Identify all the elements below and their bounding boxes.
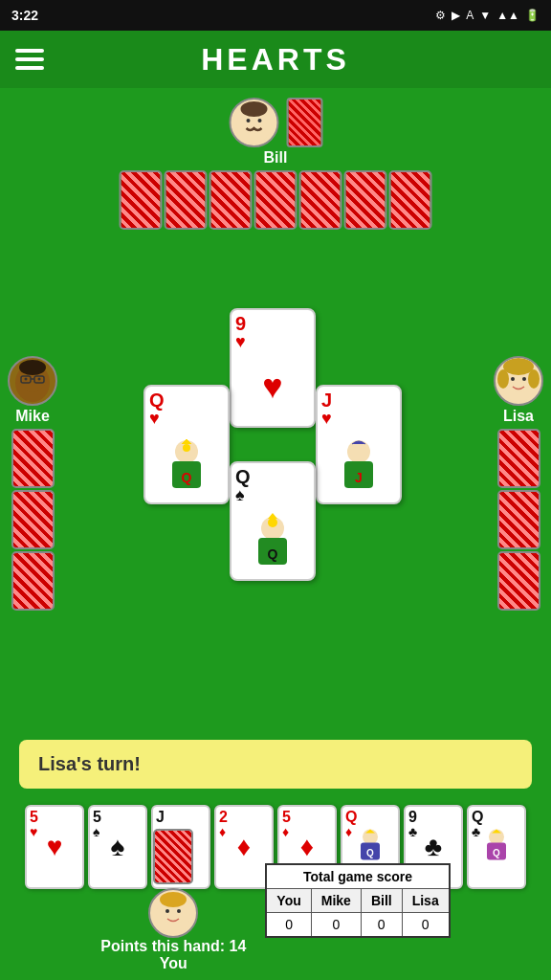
a-icon: A <box>466 9 474 22</box>
mike-card-1 <box>11 429 55 488</box>
svg-point-29 <box>268 518 277 527</box>
score-table: Total game score You Mike Bill Lisa 0 0 … <box>265 863 450 938</box>
lisa-avatar <box>494 356 543 406</box>
status-time: 3:22 <box>11 8 38 23</box>
play-icon: ▶ <box>452 9 460 22</box>
card-rank: Q <box>235 467 310 486</box>
card-rank: 5 <box>30 810 79 825</box>
bill-player-area: Bill <box>120 98 432 230</box>
svg-point-43 <box>165 909 169 913</box>
score-bill: 0 <box>361 913 402 938</box>
score-header-bill: Bill <box>361 889 402 913</box>
signal-icon: ▲▲ <box>496 9 519 22</box>
settings-icon: ⚙ <box>435 9 446 22</box>
card-suit: ♥ <box>149 410 224 427</box>
score-header-lisa: Lisa <box>402 889 450 913</box>
svg-point-19 <box>522 377 526 381</box>
center-card-bottom: Q ♠ Q <box>230 461 316 581</box>
svg-text:Q: Q <box>268 546 278 562</box>
svg-point-12 <box>19 360 46 375</box>
lisa-player-area: Lisa <box>494 356 543 611</box>
mike-card-2 <box>11 490 55 549</box>
center-card-top: 9 ♥ ♥ <box>230 308 316 428</box>
menu-button[interactable] <box>15 44 44 75</box>
lisa-hand <box>497 429 540 611</box>
score-header-you: You <box>266 889 311 913</box>
score-mike: 0 <box>311 913 361 938</box>
center-card-left: Q ♥ Q <box>143 385 230 504</box>
score-table-title-row: Total game score <box>266 864 449 889</box>
mike-card-3 <box>11 551 55 611</box>
battery-icon: 🔋 <box>525 9 540 22</box>
points-this-hand: Points this hand: 14 <box>100 938 246 955</box>
card-rank: 9 <box>408 810 458 825</box>
bill-card-3 <box>209 170 253 230</box>
lisa-name: Lisa <box>503 408 534 425</box>
status-bar: 3:22 ⚙ ▶ A ▼ ▲▲ 🔋 <box>0 0 551 31</box>
lisa-card-1 <box>497 429 540 488</box>
card-suit: ♠ <box>235 486 310 503</box>
svg-point-18 <box>511 377 515 381</box>
card-figure: Q <box>235 503 310 575</box>
bill-card-2 <box>165 170 208 230</box>
status-text: Lisa's turn! <box>38 753 141 774</box>
svg-point-44 <box>177 909 181 913</box>
bill-hand <box>120 170 432 230</box>
card-figure: J <box>321 427 396 499</box>
bill-card-7 <box>389 170 432 230</box>
mike-avatar <box>8 356 57 406</box>
card-rank: Q <box>345 810 395 825</box>
you-card-back <box>153 829 193 884</box>
card-rank: Q <box>472 810 521 825</box>
bill-card-5 <box>299 170 342 230</box>
bill-avatar <box>229 98 278 147</box>
header: HEARTS <box>0 31 551 88</box>
card-rank: 5 <box>93 810 143 825</box>
card-figure: Q <box>149 427 224 499</box>
wifi-icon: ▼ <box>479 9 491 22</box>
bill-card-indicator <box>286 98 322 147</box>
score-table-header-row: You Mike Bill Lisa <box>266 889 449 913</box>
card-suit: ♥ <box>235 333 310 350</box>
score-table-title: Total game score <box>266 864 449 889</box>
lisa-card-3 <box>497 551 540 611</box>
card-rank: 5 <box>282 810 332 825</box>
card-rank: Q <box>149 390 224 410</box>
svg-point-42 <box>160 892 187 907</box>
app-title: HEARTS <box>201 42 350 78</box>
svg-text:J: J <box>355 470 363 485</box>
status-icons: ⚙ ▶ A ▼ ▲▲ 🔋 <box>435 9 540 22</box>
bill-card-6 <box>344 170 387 230</box>
card-suit: ♥ <box>321 410 396 427</box>
center-card-right: J ♥ J <box>316 385 402 504</box>
score-header-mike: Mike <box>311 889 361 913</box>
score-lisa: 0 <box>402 913 450 938</box>
svg-point-11 <box>38 378 41 381</box>
svg-point-15 <box>503 358 534 375</box>
card-figure: ♥ <box>235 350 310 422</box>
card-rank: J <box>156 810 206 825</box>
you-label: You <box>160 955 187 972</box>
svg-point-17 <box>528 369 540 389</box>
game-area: Bill <box>0 88 551 980</box>
you-avatar <box>148 888 198 938</box>
svg-point-16 <box>497 369 509 389</box>
mike-player-area: Mike <box>8 356 57 611</box>
score-table-container: Total game score You Mike Bill Lisa 0 0 … <box>265 863 450 938</box>
bottom-info: Points this hand: 14 You Total game scor… <box>0 829 551 972</box>
card-rank: 2 <box>219 810 269 825</box>
bill-name: Bill <box>264 149 288 167</box>
you-bottom-info: Points this hand: 14 You <box>100 829 246 972</box>
score-table-values-row: 0 0 0 0 <box>266 913 449 938</box>
card-rank: 9 <box>235 314 310 333</box>
svg-point-2 <box>240 101 267 117</box>
svg-text:Q: Q <box>182 470 192 485</box>
bill-card-4 <box>254 170 298 230</box>
bill-card-1 <box>120 170 163 230</box>
score-you: 0 <box>266 913 311 938</box>
bill-avatar-area <box>229 98 322 147</box>
lisa-card-2 <box>497 490 540 549</box>
svg-point-3 <box>246 119 250 122</box>
status-message: Lisa's turn! <box>19 740 532 789</box>
svg-point-10 <box>25 378 28 381</box>
